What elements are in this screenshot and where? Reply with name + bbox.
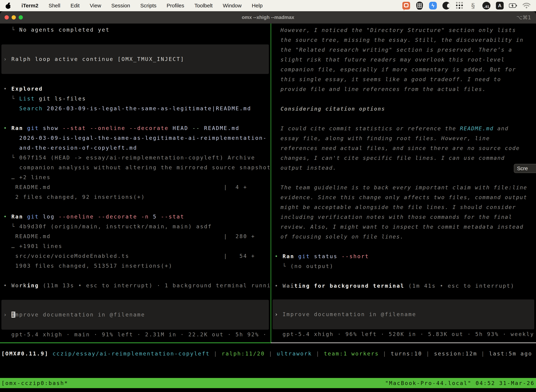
- left-prompt-input[interactable]: › Improve documentation in @filename: [1, 300, 269, 330]
- menu-bar: iTerm2 ShellEditViewSessionScriptsProfil…: [0, 0, 536, 11]
- battery-icon[interactable]: [509, 1, 517, 10]
- commit-message-line: companion analysis without altering the …: [4, 163, 271, 173]
- wifi-icon[interactable]: [522, 1, 531, 10]
- left-prompt-text: › Improve documentation in @filename: [4, 310, 145, 320]
- menu-items: ShellEditViewSessionScriptsProfilesToolb…: [48, 3, 263, 9]
- collapsed-lines-1901[interactable]: … +1901 lines: [4, 241, 271, 251]
- diffstat-voicemode-54: src/voice/voiceModeEnabled.ts | 54 +: [4, 251, 271, 261]
- show-file-line-1: 2026-03-09-is-legal-the-same-as-legitima…: [4, 133, 271, 143]
- working-status-line: • Working (11m 13s • esc to interrupt) ·…: [4, 281, 271, 290]
- screen-share-overlay: Scre: [514, 164, 536, 173]
- collapsed-lines-2[interactable]: … +2 lines: [4, 173, 271, 182]
- ran-git-log-line: • Ran git log --oneline --decorate -n 5 …: [4, 212, 271, 222]
- apple-menu-icon[interactable]: [5, 2, 11, 9]
- show-file-line-2: and-the-erosion-of-copyleft.md: [4, 143, 271, 153]
- menu-item-shell[interactable]: Shell: [48, 3, 60, 9]
- ralph-inject-line: › Ralph loop active continue [OMX_TMUX_I…: [4, 54, 184, 64]
- commit-line-067f154: └ 067f154 (HEAD -> essay/ai-reimplementa…: [4, 153, 271, 163]
- explored-list-line: └ List git ls-files: [4, 94, 271, 104]
- menu-item-view[interactable]: View: [90, 3, 101, 9]
- right-prompt-text: › Improve documentation in @filename: [275, 309, 416, 319]
- ralph-inject-box[interactable]: › Ralph loop active continue [OMX_TMUX_I…: [1, 44, 269, 74]
- menu-item-window[interactable]: Window: [223, 3, 242, 9]
- commit-line-4b9d30f: └ 4b9d30f (origin/main, instructkr/main,…: [4, 222, 271, 232]
- no-agents-line: └ No agents completed yet: [4, 25, 271, 35]
- sync-badge-icon[interactable]: ϟ: [429, 1, 437, 10]
- diffstat-readme-4: README.md | 4 +: [4, 182, 271, 192]
- pie-icon[interactable]: [442, 1, 450, 10]
- right-pane-bottom-border: [271, 342, 536, 343]
- ran-git-show-line: • Ran git show --stat --oneline --decora…: [4, 123, 271, 133]
- keyboard-layout-icon[interactable]: A: [496, 1, 504, 10]
- left-agent-pane[interactable]: └ No agents completed yet › Ralph loop a…: [0, 23, 271, 342]
- tmux-status-bar: [omx-cczip0:bash* "MacBook-Pro-44.local"…: [0, 378, 536, 388]
- dots-grid-icon[interactable]: [455, 1, 464, 10]
- right-session-stats: gpt-5.4 xhigh · 96% left · 520K in · 5.8…: [275, 329, 536, 339]
- menu-item-edit[interactable]: Edit: [71, 3, 80, 9]
- tmux-host-clock: "MacBook-Pro-44.local" 04:52 31-Mar-26: [385, 380, 535, 386]
- omx-status-line: [OMX#0.11.9] cczip/essay/ai-reimplementa…: [1, 349, 532, 359]
- menu-bar-status-icons: ϟ § ..61 A: [402, 1, 531, 10]
- diffstat-summary-92: 2 files changed, 92 insertions(+): [4, 192, 271, 202]
- reasoning-paragraph-1: However, I noticed the "Directory Struct…: [275, 25, 536, 94]
- window-title: omx --xhigh --madmax: [0, 14, 536, 20]
- no-output-line: └ (no output): [275, 261, 536, 271]
- app-menu-iterm2[interactable]: iTerm2: [21, 3, 38, 9]
- percent-badge-icon[interactable]: ..61: [482, 1, 491, 10]
- menu-item-help[interactable]: Help: [252, 3, 263, 9]
- reasoning-paragraph-3: The team guideline is to back every impo…: [275, 183, 536, 242]
- squiggle-icon[interactable]: §: [469, 1, 477, 10]
- waiting-status-line: • Waiting for background terminal (1m 41…: [275, 281, 536, 291]
- right-prompt-input[interactable]: › Improve documentation in @filename: [273, 299, 534, 329]
- tmux-session-label[interactable]: [omx-cczip0:bash*: [1, 380, 68, 386]
- explored-search-line: Search 2026-03-09-is-legal-the-same-as-l…: [4, 104, 271, 113]
- window-shortcut-badge: ⌥⌘1: [516, 14, 531, 21]
- reasoning-heading: Considering citation options: [275, 104, 536, 114]
- terminal-content: └ No agents completed yet › Ralph loop a…: [0, 23, 536, 342]
- right-agent-pane[interactable]: However, I noticed the "Directory Struct…: [271, 23, 536, 342]
- diffstat-readme-280: README.md | 280 +: [4, 232, 271, 241]
- explored-header: • Explored: [4, 84, 271, 94]
- menu-item-session[interactable]: Session: [111, 3, 130, 9]
- window-title-bar: omx --xhigh --madmax ⌥⌘1: [0, 11, 536, 23]
- left-pane-bottom-border: [0, 342, 271, 343]
- reasoning-paragraph-2: I could cite commit statistics or refere…: [275, 124, 536, 173]
- menu-item-scripts[interactable]: Scripts: [140, 3, 157, 9]
- left-session-stats: gpt-5.4 xhigh · main · 91% left · 2.31M …: [4, 330, 271, 340]
- menu-item-toolbelt[interactable]: Toolbelt: [195, 3, 213, 9]
- diffstat-summary-513517: 1903 files changed, 513517 insertions(+): [4, 261, 271, 271]
- menu-item-profiles[interactable]: Profiles: [167, 3, 184, 9]
- ran-git-status-line: • Ran git status --short: [275, 252, 536, 261]
- shield-grid-icon[interactable]: [415, 1, 424, 10]
- chat-badge-icon[interactable]: [402, 1, 411, 10]
